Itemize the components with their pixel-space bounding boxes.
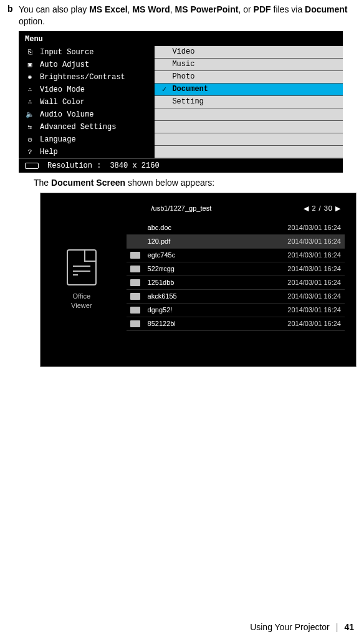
- office-viewer-label: Office Viewer: [71, 292, 92, 310]
- auto-adjust-icon: ▣: [25, 60, 35, 69]
- footer-separator: |: [336, 622, 338, 632]
- page-footer: Using Your Projector | 41: [250, 622, 354, 632]
- resolution-icon: [25, 163, 39, 169]
- page-indicator[interactable]: ◀ 2 / 30 ▶: [304, 204, 341, 213]
- menu-item-audio-volume[interactable]: 🔈Audio Volume: [19, 108, 155, 121]
- language-icon: ◷: [25, 135, 35, 144]
- submenu-item-empty: [155, 133, 343, 146]
- osd-title: Menu: [19, 31, 343, 46]
- submenu-item-video[interactable]: Video: [155, 46, 343, 59]
- list-item[interactable]: 1251dbb2014/03/01 16:24: [127, 276, 345, 290]
- caption-text: The Document Screen shown below appears:: [34, 178, 357, 188]
- document-screen: Office Viewer /usb1/1227_gp_test ◀ 2 / 3…: [40, 193, 357, 367]
- advanced-icon: ⇆: [25, 123, 35, 132]
- step-bullet: b: [7, 4, 13, 14]
- wall-color-icon: ∴: [25, 98, 35, 107]
- submenu-item-empty: [155, 146, 343, 158]
- submenu-item-document[interactable]: ✓Document: [155, 84, 343, 96]
- menu-item-language[interactable]: ◷Language: [19, 133, 155, 146]
- folder-icon: [129, 251, 141, 259]
- resolution-label: Resolution :: [47, 161, 101, 170]
- file-list: abc.doc2014/03/01 16:24 120.pdf2014/03/0…: [127, 221, 345, 331]
- folder-icon: [129, 305, 141, 314]
- menu-item-auto-adjust[interactable]: ▣Auto Adjust: [19, 59, 155, 71]
- osd-menu: Menu ⎘Input Source ▣Auto Adjust ✺Brightn…: [19, 31, 343, 173]
- folder-icon: [129, 278, 141, 287]
- submenu-item-photo[interactable]: Photo: [155, 71, 343, 84]
- osd-left-column: ⎘Input Source ▣Auto Adjust ✺Brightness/C…: [19, 46, 155, 158]
- menu-item-help[interactable]: ?Help: [19, 146, 155, 158]
- list-item[interactable]: 120.pdf2014/03/01 16:24: [127, 235, 345, 249]
- folder-icon: [129, 264, 141, 273]
- folder-icon: [129, 319, 141, 328]
- footer-page-number: 41: [344, 622, 354, 632]
- list-item[interactable]: akck61552014/03/01 16:24: [127, 290, 345, 304]
- step-text: You can also play MS Excel, MS Word, MS …: [19, 4, 357, 27]
- doc-left-panel: Office Viewer: [41, 193, 123, 367]
- menu-item-advanced-settings[interactable]: ⇆Advanced Settings: [19, 121, 155, 133]
- list-item[interactable]: abc.doc2014/03/01 16:24: [127, 221, 345, 235]
- submenu-item-music[interactable]: Music: [155, 59, 343, 71]
- video-mode-icon: ∴: [25, 85, 35, 94]
- check-icon: ✓: [160, 85, 168, 94]
- list-item[interactable]: 852122bi2014/03/01 16:24: [127, 317, 345, 331]
- menu-item-wall-color[interactable]: ∴Wall Color: [19, 96, 155, 108]
- input-source-icon: ⎘: [25, 48, 35, 57]
- menu-item-input-source[interactable]: ⎘Input Source: [19, 46, 155, 59]
- footer-section: Using Your Projector: [250, 622, 330, 632]
- list-item[interactable]: egtc745c2014/03/01 16:24: [127, 249, 345, 262]
- submenu-item-empty: [155, 121, 343, 133]
- help-icon: ?: [25, 148, 35, 156]
- step-item: b You can also play MS Excel, MS Word, M…: [7, 4, 357, 27]
- current-path: /usb1/1227_gp_test: [151, 204, 212, 213]
- audio-icon: 🔈: [25, 110, 35, 119]
- resolution-value: 3840 x 2160: [110, 161, 159, 170]
- menu-item-brightness-contrast[interactable]: ✺Brightness/Contrast: [19, 71, 155, 84]
- list-item[interactable]: dgng52!2014/03/01 16:24: [127, 304, 345, 317]
- menu-item-video-mode[interactable]: ∴Video Mode: [19, 84, 155, 96]
- list-item[interactable]: 522rrcgg2014/03/01 16:24: [127, 262, 345, 276]
- office-viewer-icon: [67, 249, 97, 285]
- folder-icon: [129, 292, 141, 300]
- brightness-icon: ✺: [25, 73, 35, 82]
- submenu-item-empty: [155, 108, 343, 121]
- doc-right-panel: /usb1/1227_gp_test ◀ 2 / 30 ▶ abc.doc201…: [123, 193, 356, 367]
- submenu-item-setting[interactable]: Setting: [155, 96, 343, 108]
- osd-right-column: Video Music Photo ✓Document Setting: [155, 46, 343, 158]
- osd-resolution-row: Resolution : 3840 x 2160: [19, 158, 343, 173]
